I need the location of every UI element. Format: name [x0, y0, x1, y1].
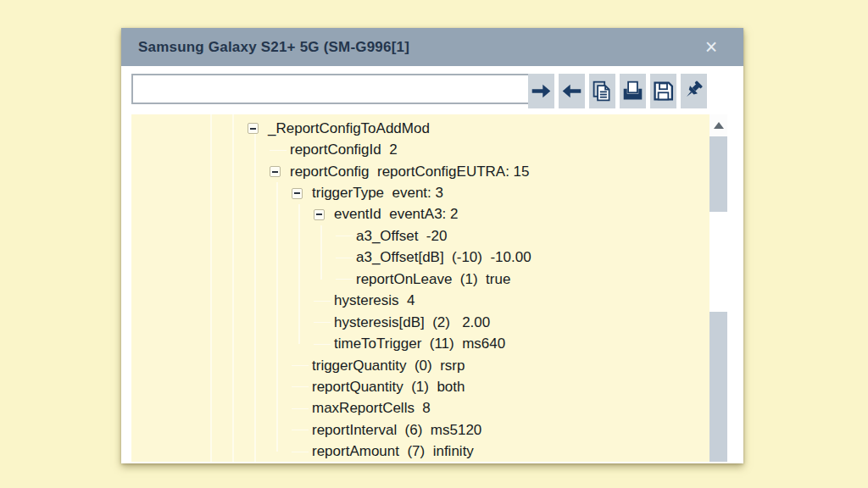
copy-button[interactable]	[589, 74, 615, 108]
tree-node[interactable]: triggerType event: 3	[131, 182, 709, 203]
tree-connector	[314, 301, 331, 302]
tree-node[interactable]: a3_Offset[dB] (-10) -10.00	[131, 247, 709, 269]
tree-node[interactable]: eventId eventA3: 2	[131, 204, 709, 225]
tree-node[interactable]: reportConfigId 2	[131, 139, 709, 160]
print-button[interactable]	[620, 74, 646, 108]
tree-node-label: a3_Offset[dB] (-10) -10.00	[356, 249, 531, 266]
copy-icon	[591, 80, 614, 103]
tree-node-label: timeToTrigger (11) ms640	[334, 336, 505, 352]
tree-node-label: _ReportConfigToAddMod	[268, 120, 430, 137]
find-prev-button[interactable]	[559, 74, 585, 108]
tree-node-label: reportConfigId 2	[290, 141, 398, 158]
save-icon	[652, 80, 675, 103]
up-arrow-icon	[714, 122, 724, 129]
tree-connector	[292, 430, 309, 430]
tree-connector	[314, 322, 331, 323]
collapse-toggle-icon[interactable]	[314, 209, 325, 220]
tree-node-label: reportInterval (6) ms5120	[312, 422, 481, 439]
tree-node-label: reportOnLeave (1) true	[356, 271, 510, 288]
tree-node[interactable]: reportQuantity (1) both	[131, 376, 709, 397]
find-next-button[interactable]	[528, 74, 554, 108]
tree-node[interactable]: reportOnLeave (1) true	[131, 269, 709, 290]
pin-button[interactable]	[681, 74, 707, 108]
toolbar-buttons	[528, 74, 707, 108]
tree-node-label: hysteresis 4	[334, 292, 415, 309]
tree-node[interactable]: timeToTrigger (11) ms640	[131, 333, 709, 354]
collapse-toggle-icon[interactable]	[248, 123, 259, 134]
collapse-toggle-icon[interactable]	[270, 166, 281, 177]
back-arrow-icon	[560, 80, 583, 103]
tree-rows: _ReportConfigToAddModreportConfigId 2rep…	[131, 114, 709, 462]
tree-connector	[292, 452, 309, 452]
tree-connector	[336, 236, 353, 236]
tree-node[interactable]: triggerQuantity (0) rsrp	[131, 355, 709, 376]
tree-node-label: triggerQuantity (0) rsrp	[312, 358, 465, 374]
tree-node[interactable]: reportConfig reportConfigEUTRA: 15	[131, 161, 709, 182]
tree-node[interactable]: maxReportCells 8	[131, 398, 709, 419]
tree-node[interactable]: _ReportConfigToAddMod	[131, 118, 709, 139]
collapse-toggle-icon[interactable]	[292, 188, 303, 199]
tree-connector	[292, 365, 309, 366]
parameter-tree: _ReportConfigToAddModreportConfigId 2rep…	[131, 114, 709, 462]
tree-connector	[292, 408, 309, 409]
tree-connector	[314, 344, 331, 345]
scrollbar-track[interactable]	[709, 114, 727, 462]
tree-node[interactable]: hysteresis 4	[131, 291, 709, 312]
tree-node-label: triggerType event: 3	[312, 185, 443, 202]
tree-node[interactable]: reportAmount (7) infinity	[131, 441, 709, 462]
tree-connector	[336, 279, 353, 280]
scrollbar-thumb[interactable]	[709, 212, 727, 312]
tree-node[interactable]: a3_Offset -20	[131, 225, 709, 247]
tree-connector	[292, 386, 309, 387]
close-icon: ×	[705, 35, 718, 58]
tree-node-label: eventId eventA3: 2	[334, 206, 459, 223]
device-report-window: Samsung Galaxy S21+ 5G (SM-G996[1] ×	[121, 28, 743, 463]
toolbar	[121, 66, 743, 114]
tree-node[interactable]: hysteresis[dB] (2) 2.00	[131, 312, 709, 333]
search-input[interactable]	[131, 74, 537, 104]
close-button[interactable]: ×	[699, 34, 723, 59]
tree-connector	[336, 258, 353, 258]
tree-node-label: hysteresis[dB] (2) 2.00	[334, 314, 490, 331]
tree-node-label: reportConfig reportConfigEUTRA: 15	[290, 164, 530, 180]
window-title: Samsung Galaxy S21+ 5G (SM-G996[1]	[138, 28, 409, 66]
pin-icon	[682, 80, 705, 103]
save-button[interactable]	[650, 74, 676, 108]
titlebar[interactable]: Samsung Galaxy S21+ 5G (SM-G996[1] ×	[121, 28, 743, 66]
tree-node-label: a3_Offset -20	[356, 228, 447, 245]
tree-node[interactable]: reportInterval (6) ms5120	[131, 419, 709, 441]
scroll-up-button[interactable]	[709, 114, 727, 136]
tree-node-label: reportAmount (7) infinity	[312, 443, 474, 460]
print-icon	[621, 80, 644, 103]
tree-node-label: reportQuantity (1) both	[312, 379, 465, 396]
tree-node-label: maxReportCells 8	[312, 400, 431, 417]
forward-arrow-icon	[530, 80, 553, 103]
tree-connector	[270, 150, 287, 151]
